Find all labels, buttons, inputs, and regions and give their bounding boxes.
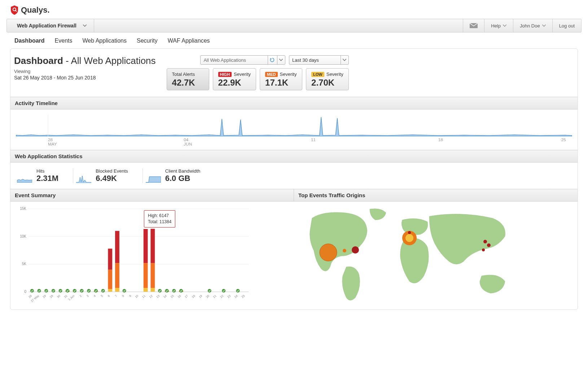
svg-point-51 (179, 289, 183, 293)
svg-text:5K: 5K (22, 262, 27, 266)
svg-point-47 (123, 289, 126, 293)
svg-point-45 (94, 289, 98, 293)
svg-point-92 (408, 231, 411, 234)
svg-text:11: 11 (141, 294, 146, 299)
metric-value: 22.9K (218, 78, 251, 88)
svg-text:12: 12 (149, 294, 153, 299)
chevron-down-icon (542, 25, 546, 27)
svg-text:4: 4 (93, 294, 97, 298)
svg-point-50 (172, 289, 176, 293)
svg-text:5: 5 (100, 294, 104, 298)
card-low-severity[interactable]: LOW Severity 2.70K (306, 68, 349, 90)
sparkline-icon (76, 174, 91, 183)
svg-rect-25 (115, 263, 119, 288)
svg-text:16: 16 (177, 294, 182, 299)
svg-point-44 (87, 289, 91, 293)
svg-point-46 (101, 289, 105, 293)
metric-label: Severity (234, 72, 251, 77)
svg-text:15: 15 (170, 294, 175, 299)
daterange-selector[interactable]: Last 30 days (289, 55, 349, 65)
app-selector[interactable]: All Web Applications (200, 55, 285, 65)
badge-med: MED (265, 72, 277, 77)
svg-rect-27 (144, 288, 148, 292)
svg-text:0: 0 (24, 290, 26, 294)
svg-text:23: 23 (227, 294, 231, 299)
viewing-label: Viewing (14, 69, 156, 74)
svg-text:14: 14 (163, 294, 167, 299)
svg-text:8: 8 (122, 294, 125, 298)
svg-text:24: 24 (234, 294, 238, 299)
svg-rect-28 (144, 263, 148, 288)
svg-rect-23 (108, 248, 112, 269)
metric-value: 2.70K (311, 78, 343, 88)
svg-point-91 (405, 234, 413, 242)
svg-point-95 (482, 248, 485, 251)
svg-text:28: 28 (42, 294, 47, 299)
main-tabs: Dashboard Events Web Applications Securi… (0, 33, 588, 48)
tab-events[interactable]: Events (55, 38, 73, 44)
card-high-severity[interactable]: HIGH Severity 22.9K (213, 68, 256, 90)
badge-high: HIGH (218, 72, 232, 77)
svg-point-37 (38, 289, 41, 293)
chevron-down-icon (277, 56, 285, 64)
card-med-severity[interactable]: MED Severity 17.1K (260, 68, 302, 90)
help-label: Help (491, 23, 501, 29)
chevron-down-icon (83, 25, 87, 27)
card-total-alerts[interactable]: Total Alerts 42.7K (167, 68, 209, 90)
svg-text:18: 18 (191, 294, 196, 299)
svg-text:30: 30 (56, 294, 61, 299)
top-navbar: Web Application Firewall Help John Doe L… (6, 19, 582, 33)
chevron-down-icon (341, 56, 348, 64)
section-traffic-origins: Top Events Traffic Origins (294, 189, 578, 202)
user-menu[interactable]: John Doe (513, 19, 552, 32)
svg-rect-32 (150, 229, 155, 263)
module-switcher[interactable]: Web Application Firewall (7, 19, 94, 32)
mail-button[interactable] (463, 19, 484, 32)
user-name: John Doe (520, 23, 540, 29)
svg-point-52 (208, 289, 211, 293)
stat-bandwidth: Client Bandwidth 6.0 GB (142, 168, 215, 183)
page-title: Dashboard - All Web Applications (14, 55, 156, 66)
svg-point-36 (30, 289, 34, 293)
svg-text:10: 10 (135, 294, 139, 299)
svg-text:28: 28 (48, 138, 53, 142)
module-name: Web Application Firewall (17, 23, 76, 29)
svg-point-53 (222, 289, 225, 293)
svg-text:25: 25 (561, 138, 566, 142)
chart-tooltip: High: 6147 Total: 11384 (144, 210, 175, 228)
svg-rect-21 (108, 289, 112, 292)
svg-text:10K: 10K (20, 234, 26, 238)
date-range: Sat 26 May 2018 - Mon 25 Jun 2018 (14, 75, 156, 81)
svg-text:9: 9 (128, 294, 132, 298)
metric-label: Severity (280, 72, 297, 77)
badge-low: LOW (311, 72, 324, 77)
svg-point-41 (66, 289, 69, 293)
tab-dashboard[interactable]: Dashboard (14, 38, 45, 44)
svg-text:18: 18 (438, 138, 443, 142)
svg-point-40 (59, 289, 62, 293)
svg-rect-30 (150, 288, 155, 292)
svg-rect-22 (108, 270, 112, 289)
svg-rect-24 (115, 288, 119, 292)
svg-rect-26 (115, 231, 119, 263)
svg-point-48 (158, 289, 162, 293)
svg-text:21: 21 (212, 294, 217, 299)
svg-text:04: 04 (184, 138, 188, 142)
help-menu[interactable]: Help (484, 19, 513, 32)
stat-blocked: Blocked Events 6.49K (73, 168, 142, 183)
tab-waf-appliances[interactable]: WAF Appliances (168, 38, 210, 44)
svg-rect-31 (150, 263, 155, 288)
svg-text:27 May: 27 May (30, 294, 40, 303)
refresh-icon[interactable] (268, 56, 277, 64)
tab-web-applications[interactable]: Web Applications (83, 38, 127, 44)
tab-security[interactable]: Security (137, 38, 158, 44)
sparkline-icon (17, 174, 32, 183)
svg-point-88 (343, 249, 346, 252)
stat-hits: Hits 2.31M (14, 168, 73, 183)
event-summary-chart: 05K10K15K2627 May282930311 Jun2345678910… (14, 205, 252, 306)
svg-point-54 (236, 289, 240, 293)
svg-text:11: 11 (311, 138, 316, 142)
section-web-app-stats: Web Application Statistics (10, 150, 578, 163)
svg-text:25: 25 (241, 294, 246, 299)
logout-button[interactable]: Log out (552, 19, 581, 32)
